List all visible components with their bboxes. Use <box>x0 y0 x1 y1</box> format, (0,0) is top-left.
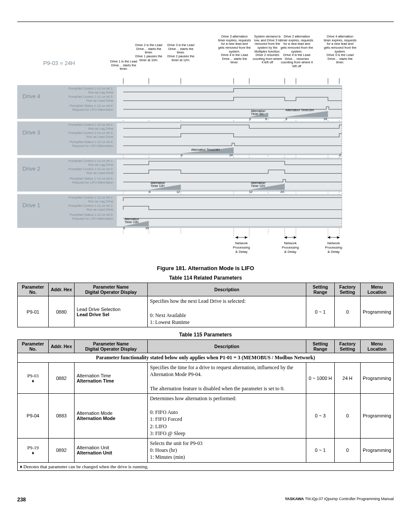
network-delay-markers: Network Processing & Delay Network Proce… <box>233 236 342 254</box>
svg-text:PumpNet Control 1 U1-xx bit 2:: PumpNet Control 1 U1-xx bit 2: <box>68 131 113 135</box>
svg-text:Processing: Processing <box>325 246 342 249</box>
svg-text:12: 12 <box>249 190 252 193</box>
svg-text:Timer 10H: Timer 10H <box>125 221 139 224</box>
footnote-row: ♦ Denotes that parameter can be changed … <box>18 462 394 470</box>
page-footer: 238 YASKAWA TM.iQp.07 iQpump Controller … <box>17 497 394 503</box>
svg-text:PumpNet Status 1 U1-xx bit 6:: PumpNet Status 1 U1-xx bit 6: <box>70 140 113 144</box>
th-range: Setting Range <box>306 283 334 296</box>
annotation-row: Drive 1 is the Lead Drive… starts the ti… <box>108 35 357 86</box>
th-range: Setting Range <box>306 340 334 353</box>
svg-text:& Delay: & Delay <box>235 250 247 254</box>
svg-text:12: 12 <box>177 190 180 193</box>
table-114: Parameter No. Addr. Hex Parameter Name D… <box>17 283 394 327</box>
svg-text:0: 0 <box>123 227 125 230</box>
row-drive-2: Drive 2 PumpNet Control 1 U1-xx bit 1: R… <box>17 158 342 193</box>
svg-text:Request for LIFO Alternation: Request for LIFO Alternation <box>72 144 113 148</box>
svg-text:Alternation Timer16H: Alternation Timer16H <box>286 109 314 112</box>
svg-text:Timer 12H: Timer 12H <box>150 184 165 187</box>
table-114-caption: Table 114 Related Parameters <box>17 275 394 281</box>
page-number: 238 <box>17 497 26 503</box>
th-pname: Parameter Name Digital Operator Display <box>75 340 148 353</box>
table-row: P9-03 ♦ 0882 Alternation TimeAlternation… <box>18 363 394 394</box>
svg-text:0: 0 <box>149 190 150 193</box>
row-drive-3: Drive 3 PumpNet Control 1 U1-xx bit 1: R… <box>17 121 342 157</box>
th-pno: Parameter No. <box>18 283 49 296</box>
svg-text:PumpNet Status 1 U1-xx bit 6:: PumpNet Status 1 U1-xx bit 6: <box>70 177 113 180</box>
svg-text:Network: Network <box>284 241 297 245</box>
svg-text:Alternation: Alternation <box>251 181 265 184</box>
svg-text:PumpNet Control 1 U1-xx bit 2:: PumpNet Control 1 U1-xx bit 2: <box>68 204 113 208</box>
svg-text:Alternation: Alternation <box>125 218 139 221</box>
svg-text:8: 8 <box>265 118 267 121</box>
svg-rect-72 <box>117 196 342 226</box>
svg-rect-20 <box>117 87 342 117</box>
th-pno: Parameter No. <box>18 340 49 353</box>
svg-marker-87 <box>235 236 238 239</box>
th-desc: Description <box>148 283 306 296</box>
svg-text:Run as Lead Drive: Run as Lead Drive <box>87 135 113 139</box>
svg-text:Request for LIFO Alternation: Request for LIFO Alternation <box>72 217 113 221</box>
svg-text:24: 24 <box>229 154 233 157</box>
svg-text:PumpNet Control 1 U1-xx bit 2:: PumpNet Control 1 U1-xx bit 2: <box>68 95 113 99</box>
svg-text:PumpNet Status 1 U1-xx bit 6:: PumpNet Status 1 U1-xx bit 6: <box>70 104 113 108</box>
svg-text:Timer 8H: Timer 8H <box>251 112 263 115</box>
svg-text:Network: Network <box>235 241 248 245</box>
svg-text:Run as Lead Drive: Run as Lead Drive <box>87 99 113 103</box>
svg-text:Network: Network <box>327 241 340 245</box>
th-pname: Parameter Name Digital Operator Display <box>75 283 148 296</box>
svg-marker-100 <box>337 236 339 239</box>
th-menu: Menu Location <box>360 283 393 296</box>
svg-text:Drive 4: Drive 4 <box>22 93 40 100</box>
row-drive-1: Drive 1 PumpNet Control 1 U1-xx bit 1: R… <box>17 194 342 230</box>
svg-text:& Delay: & Delay <box>284 250 296 254</box>
svg-text:Run as Lead Drive: Run as Lead Drive <box>87 171 113 175</box>
svg-text:0: 0 <box>181 154 183 157</box>
svg-text:24: 24 <box>280 190 284 193</box>
table-115-caption: Table 115 Parameters <box>17 332 394 338</box>
svg-text:Drive 1: Drive 1 <box>22 202 40 208</box>
th-factory: Factory Setting <box>334 283 360 296</box>
footer-doc: YASKAWA TM.iQp.07 iQpump Controller Prog… <box>285 497 394 503</box>
svg-text:PumpNet Control 1 U1-xx bit 2:: PumpNet Control 1 U1-xx bit 2: <box>68 167 113 171</box>
table-row: P9-01 0880 Lead Drive Selection Lead Dri… <box>18 296 394 327</box>
table-row: P9-19 ♦ 0892 Alternation UnitAlternation… <box>18 439 394 463</box>
p9-label: P9-03 = 24H <box>43 60 75 66</box>
svg-text:PumpNet Control 1 U1-xx bit 1:: PumpNet Control 1 U1-xx bit 1: <box>68 123 113 127</box>
svg-text:0: 0 <box>249 118 251 121</box>
svg-marker-88 <box>245 236 247 239</box>
svg-text:Request for LIFO Alternation: Request for LIFO Alternation <box>72 180 113 184</box>
svg-marker-99 <box>327 236 330 239</box>
svg-text:8: 8 <box>286 118 287 121</box>
svg-text:Run as Lag Drive: Run as Lag Drive <box>88 127 113 131</box>
svg-text:24: 24 <box>324 118 327 121</box>
svg-text:Timer 12H: Timer 12H <box>251 184 265 187</box>
banner-row: Parameter functionality stated below onl… <box>18 353 394 363</box>
svg-marker-93 <box>284 236 287 239</box>
th-menu: Menu Location <box>360 340 393 353</box>
svg-text:PumpNet Control 1 U1-xx bit 1:: PumpNet Control 1 U1-xx bit 1: <box>68 159 113 163</box>
svg-marker-94 <box>294 236 296 239</box>
svg-text:PumpNet Status 1 U1-xx bit 6:: PumpNet Status 1 U1-xx bit 6: <box>70 213 113 217</box>
svg-text:Alternation: Alternation <box>150 181 165 184</box>
svg-text:Run as Lead Drive: Run as Lead Drive <box>87 208 113 212</box>
svg-text:& Delay: & Delay <box>327 250 339 254</box>
figure-181: P9-03 = 24H Drive 1 is the Lead Drive… s… <box>17 35 394 271</box>
svg-text:Processing: Processing <box>233 246 250 249</box>
table-115: Parameter No. Addr. Hex Parameter Name D… <box>17 339 394 470</box>
th-desc: Description <box>148 340 306 353</box>
svg-text:Processing: Processing <box>282 246 299 249</box>
svg-text:PumpNet Control 1 U1-xx bit 1:: PumpNet Control 1 U1-xx bit 1: <box>68 87 113 90</box>
th-addr: Addr. Hex <box>49 283 75 296</box>
svg-text:Drive 2: Drive 2 <box>22 165 40 172</box>
svg-text:Request for LIFO Alternation: Request for LIFO Alternation <box>72 108 113 112</box>
svg-text:Alternation: Alternation <box>251 109 265 112</box>
svg-text:Drive 3: Drive 3 <box>22 129 40 136</box>
figure-caption: Figure 181. Alternation Mode is LIFO <box>17 265 394 271</box>
svg-text:Run as Lag Drive: Run as Lag Drive <box>88 199 113 203</box>
timing-diagram: P9-03 = 24H Drive 1 is the Lead Drive… s… <box>17 35 394 260</box>
svg-text:Run as Lag Drive: Run as Lag Drive <box>88 163 113 167</box>
svg-text:10: 10 <box>145 227 149 230</box>
row-drive-4: Drive 4 PumpNet Control 1 U1-xx bit 1: R… <box>17 85 342 121</box>
th-factory: Factory Setting <box>334 340 360 353</box>
svg-text:Run as Lag Drive: Run as Lag Drive <box>88 90 113 94</box>
